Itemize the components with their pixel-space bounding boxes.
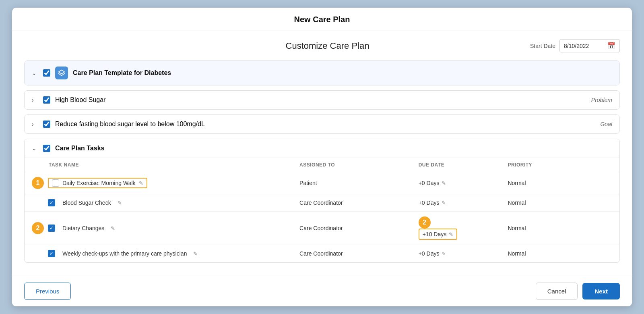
task-name-cell: 2 Dietary Changes ✎ bbox=[25, 212, 292, 245]
priority-cell: Normal bbox=[500, 194, 619, 212]
task-name-text: Blood Sugar Check bbox=[62, 200, 111, 206]
template-label: Care Plan Template for Diabetes bbox=[73, 69, 171, 77]
due-date-wrapper: +0 Days ✎ bbox=[419, 180, 493, 186]
due-date-text: +0 Days bbox=[419, 250, 440, 257]
page-subtitle: Customize Care Plan bbox=[125, 41, 530, 51]
due-date-text: +10 Days bbox=[423, 231, 447, 237]
goal-checkbox[interactable] bbox=[43, 121, 50, 128]
priority-cell: Normal bbox=[500, 245, 619, 262]
priority-cell: Normal bbox=[500, 212, 619, 245]
start-date-label: Start Date bbox=[530, 43, 555, 49]
tasks-section-card: ⌄ Care Plan Tasks TASK NAME ASSIGNED TO … bbox=[24, 139, 620, 263]
assigned-to-cell: Care Coordinator bbox=[292, 245, 411, 262]
goal-chevron[interactable]: › bbox=[32, 121, 38, 127]
tasks-table: TASK NAME ASSIGNED TO DUE DATE PRIORITY … bbox=[25, 158, 619, 262]
due-date-cell: +0 Days ✎ bbox=[411, 245, 501, 262]
step-badge-2: 2 bbox=[419, 216, 431, 229]
template-section-card: ⌄ Care Plan Template for Diabetes bbox=[24, 60, 620, 85]
care-plan-modal: New Care Plan Customize Care Plan Start … bbox=[12, 8, 632, 306]
goal-section-header: › Reduce fasting blood sugar level to be… bbox=[25, 115, 619, 133]
assigned-to-cell: Patient bbox=[292, 172, 411, 194]
task-name-wrapper: 1 Daily Exercise: Morning Walk ✎ bbox=[32, 177, 285, 189]
modal-header: New Care Plan bbox=[12, 8, 632, 31]
due-date-text: +0 Days bbox=[419, 180, 440, 186]
subheader-row: Customize Care Plan Start Date 8/10/2022… bbox=[24, 39, 620, 52]
step-badge: 2 bbox=[32, 222, 44, 234]
tasks-section-header: ⌄ Care Plan Tasks bbox=[25, 139, 619, 158]
due-date-edit-icon[interactable]: ✎ bbox=[449, 231, 453, 237]
task-name-cell: Weekly check-ups with the primary care p… bbox=[25, 245, 292, 262]
modal-title: New Care Plan bbox=[20, 15, 624, 24]
col-assigned-to: ASSIGNED TO bbox=[292, 158, 411, 172]
task-name-wrapper: Blood Sugar Check ✎ bbox=[32, 199, 285, 206]
due-date-cell: 2 +10 Days ✎ bbox=[411, 212, 501, 245]
table-row: Weekly check-ups with the primary care p… bbox=[25, 245, 619, 262]
due-date-wrapper: +0 Days ✎ bbox=[419, 200, 493, 206]
highlighted-task-name-box: Daily Exercise: Morning Walk ✎ bbox=[48, 178, 147, 188]
task-name-wrapper: Weekly check-ups with the primary care p… bbox=[32, 250, 285, 257]
calendar-icon: 📅 bbox=[607, 42, 615, 50]
next-button[interactable]: Next bbox=[582, 283, 620, 299]
svg-marker-0 bbox=[59, 70, 65, 74]
task-name-wrapper: 2 Dietary Changes ✎ bbox=[32, 222, 285, 234]
goal-label: Reduce fasting blood sugar level to belo… bbox=[55, 121, 205, 128]
task-name-cell: Blood Sugar Check ✎ bbox=[25, 194, 292, 212]
template-section-header: ⌄ Care Plan Template for Diabetes bbox=[25, 61, 619, 85]
col-priority: PRIORITY bbox=[500, 158, 619, 172]
task-checkbox[interactable] bbox=[48, 250, 55, 257]
start-date-value: 8/10/2022 bbox=[564, 43, 589, 49]
task-name-text: Weekly check-ups with the primary care p… bbox=[62, 250, 187, 257]
assigned-to-cell: Care Coordinator bbox=[292, 194, 411, 212]
table-row: 1 Daily Exercise: Morning Walk ✎ Patient… bbox=[25, 172, 619, 194]
due-date-edit-icon[interactable]: ✎ bbox=[442, 200, 446, 206]
layers-icon bbox=[55, 67, 68, 79]
task-checkbox[interactable] bbox=[48, 199, 55, 206]
problem-checkbox[interactable] bbox=[43, 96, 50, 104]
problem-section-header: › High Blood Sugar Problem bbox=[25, 91, 619, 109]
problem-tag: Problem bbox=[591, 97, 612, 103]
goal-section-card: › Reduce fasting blood sugar level to be… bbox=[24, 114, 620, 134]
start-date-input[interactable]: 8/10/2022 📅 bbox=[559, 39, 620, 52]
priority-cell: Normal bbox=[500, 172, 619, 194]
modal-footer: Previous Cancel Next bbox=[12, 276, 632, 306]
col-due-date: DUE DATE bbox=[411, 158, 501, 172]
due-date-edit-icon[interactable]: ✎ bbox=[442, 180, 446, 186]
due-date-cell: +0 Days ✎ bbox=[411, 172, 501, 194]
template-chevron[interactable]: ⌄ bbox=[32, 70, 38, 76]
task-checkbox[interactable] bbox=[52, 179, 59, 187]
tasks-checkbox[interactable] bbox=[43, 145, 50, 152]
task-name-cell: 1 Daily Exercise: Morning Walk ✎ bbox=[25, 172, 292, 194]
col-task-name: TASK NAME bbox=[25, 158, 292, 172]
task-checkbox[interactable] bbox=[48, 225, 55, 232]
tasks-label: Care Plan Tasks bbox=[55, 145, 104, 152]
task-name-text: Dietary Changes bbox=[62, 225, 104, 231]
edit-icon[interactable]: ✎ bbox=[139, 180, 143, 186]
edit-icon[interactable]: ✎ bbox=[111, 225, 115, 231]
previous-button[interactable]: Previous bbox=[24, 283, 71, 300]
assigned-to-cell: Care Coordinator bbox=[292, 212, 411, 245]
due-date-wrapper: +0 Days ✎ bbox=[419, 250, 493, 257]
due-date-text: +0 Days bbox=[419, 200, 440, 206]
footer-right: Cancel Next bbox=[536, 283, 620, 300]
template-checkbox[interactable] bbox=[43, 69, 50, 77]
table-row: Blood Sugar Check ✎Care Coordinator +0 D… bbox=[25, 194, 619, 212]
problem-section-card: › High Blood Sugar Problem bbox=[24, 90, 620, 110]
task-name-text: Daily Exercise: Morning Walk bbox=[62, 180, 136, 186]
table-row: 2 Dietary Changes ✎Care Coordinator2 +10… bbox=[25, 212, 619, 245]
due-date-edit-icon[interactable]: ✎ bbox=[442, 251, 446, 257]
edit-icon[interactable]: ✎ bbox=[118, 200, 122, 206]
highlighted-due-date: +10 Days ✎ bbox=[419, 229, 458, 240]
problem-label: High Blood Sugar bbox=[55, 96, 105, 104]
goal-tag: Goal bbox=[600, 121, 612, 127]
edit-icon[interactable]: ✎ bbox=[193, 251, 198, 257]
modal-body: Customize Care Plan Start Date 8/10/2022… bbox=[12, 31, 632, 276]
start-date-container: Start Date 8/10/2022 📅 bbox=[530, 39, 620, 52]
step-badge: 1 bbox=[32, 177, 44, 189]
tasks-chevron[interactable]: ⌄ bbox=[32, 145, 38, 152]
due-date-cell: +0 Days ✎ bbox=[411, 194, 501, 212]
cancel-button[interactable]: Cancel bbox=[536, 283, 578, 300]
problem-chevron[interactable]: › bbox=[32, 97, 38, 103]
